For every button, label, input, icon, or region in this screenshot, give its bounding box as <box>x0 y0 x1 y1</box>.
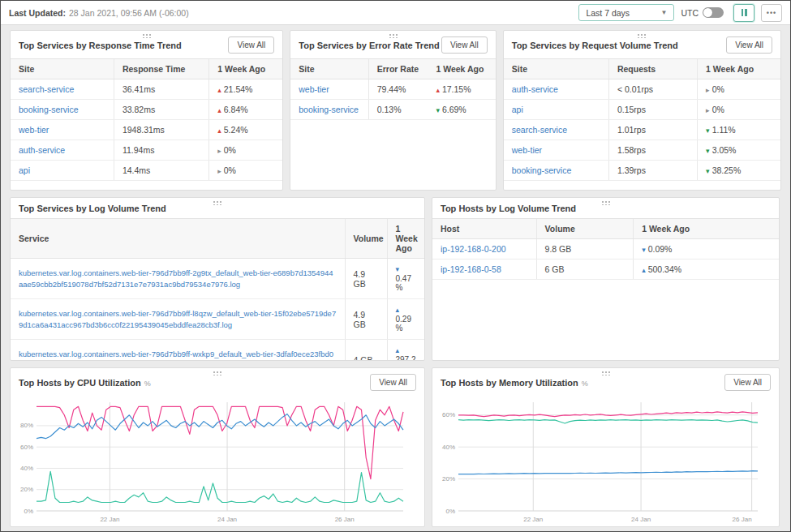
service-link[interactable]: booking-service <box>19 105 79 114</box>
table-header-row: SiteError Rate1 Week Ago <box>290 59 495 79</box>
trend-cell: ▴21.54% <box>209 79 283 100</box>
panel-memory-utilization: Top Hosts by Memory Utilization% View Al… <box>432 367 780 527</box>
trend-cell: ▾3.05% <box>698 140 780 161</box>
view-all-button[interactable]: View All <box>441 36 488 54</box>
percent-unit-label: % <box>144 380 151 388</box>
column-header: 1 Week Ago <box>428 59 495 79</box>
table-header-row: SiteRequests1 Week Ago <box>504 59 780 79</box>
memory-utilization-chart: 0%20%40%60%22 Jan24 Jan26 Jan <box>432 396 764 526</box>
view-all-button[interactable]: View All <box>726 36 772 54</box>
service-link[interactable]: api <box>512 105 523 114</box>
error-rate-table: SiteError Rate1 Week Ago web-tier79.44%▴… <box>290 58 495 120</box>
svg-text:26 Jan: 26 Jan <box>335 516 355 523</box>
service-link[interactable]: auth-service <box>19 145 65 155</box>
table-row: ip-192-168-0-586 GB▴500.34% <box>432 260 779 280</box>
column-header: 1 Week Ago <box>634 219 779 239</box>
svg-text:22 Jan: 22 Jan <box>100 516 119 523</box>
table-row: auth-service11.94ms▸0% <box>11 140 282 161</box>
value-cell: 1948.31ms <box>114 120 208 140</box>
column-header: Response Time <box>114 59 208 79</box>
table-row: booking-service0.13%▾6.69% <box>290 100 495 120</box>
value-cell: 4.9 GB <box>345 299 387 340</box>
pause-button[interactable] <box>733 4 754 22</box>
panel-title: Top Hosts by CPU Utilization% <box>19 378 151 388</box>
drag-handle-icon[interactable] <box>213 200 222 205</box>
service-link[interactable]: web-tier <box>512 145 542 155</box>
panel-title: Top Hosts by Memory Utilization% <box>441 378 588 388</box>
service-link[interactable]: api <box>19 165 30 175</box>
time-range-select[interactable]: Last 7 days ▼ <box>578 4 674 21</box>
trend-cell: ▾0.47 % <box>387 259 424 299</box>
value-cell: 33.82ms <box>114 100 208 120</box>
trend-value: 297.2 % <box>396 355 416 361</box>
view-all-button[interactable]: View All <box>370 374 416 391</box>
drag-handle-icon[interactable] <box>601 371 611 375</box>
trend-flat-icon: ▸ <box>217 147 221 155</box>
trend-down-icon: ▾ <box>396 265 417 273</box>
service-log-volume-table: ServiceVolume1 Week Ago kubernetes.var.l… <box>11 218 424 361</box>
last-updated: Last Updated:28 Jan 2021, 09:56 AM (-06:… <box>9 8 189 18</box>
view-all-button[interactable]: View All <box>228 36 274 54</box>
trend-cell: ▸0% <box>209 140 283 161</box>
trend-cell: ▸0% <box>209 161 283 181</box>
trend-cell: ▴6.84% <box>209 100 283 120</box>
drag-handle-icon[interactable] <box>601 200 611 205</box>
trend-cell: ▴297.2 % <box>387 340 424 362</box>
service-link[interactable]: auth-service <box>512 84 558 94</box>
service-link[interactable]: web-tier <box>299 84 329 94</box>
panel-service-log-volume: Top Services by Log Volume Trend Service… <box>10 197 425 361</box>
value-cell: 6 GB <box>536 260 634 280</box>
more-options-button[interactable]: ••• <box>761 4 782 22</box>
trend-cell: ▴5.24% <box>209 120 283 140</box>
table-row: kubernetes.var.log.containers.web-tier-7… <box>11 299 424 340</box>
drag-handle-icon[interactable] <box>389 33 398 38</box>
table-header-row: ServiceVolume1 Week Ago <box>11 219 424 259</box>
value-cell: 1.58rps <box>608 140 697 161</box>
service-link[interactable]: search-service <box>19 84 74 94</box>
table-row: booking-service33.82ms▴6.84% <box>11 100 282 120</box>
trend-value: 1.11% <box>712 125 736 135</box>
trend-value: 21.54% <box>224 84 253 94</box>
service-link[interactable]: booking-service <box>512 165 572 175</box>
service-link[interactable]: web-tier <box>19 125 49 135</box>
trend-flat-icon: ▸ <box>706 106 710 114</box>
trend-cell: ▾6.69% <box>428 100 495 120</box>
svg-text:0%: 0% <box>445 508 455 515</box>
time-range-value: Last 7 days <box>586 8 630 18</box>
trend-cell: ▾0.09% <box>634 239 779 260</box>
column-header: Site <box>504 59 609 79</box>
log-file-link[interactable]: kubernetes.var.log.containers.web-tier-7… <box>19 268 337 290</box>
series-host-blue <box>37 414 403 439</box>
panel-title: Top Hosts by Log Volume Trend <box>441 204 576 213</box>
cpu-utilization-chart: 0%20%40%60%80%22 Jan24 Jan26 Jan <box>11 396 410 526</box>
utc-toggle[interactable] <box>703 7 724 18</box>
trend-value: 6.84% <box>224 105 248 114</box>
service-link[interactable]: search-service <box>512 125 567 135</box>
log-file-link[interactable]: kubernetes.var.log.containers.web-tier-7… <box>19 349 337 361</box>
table-row: api14.4ms▸0% <box>11 161 282 181</box>
series-host-pink <box>458 412 758 417</box>
request-volume-table: SiteRequests1 Week Ago auth-service< 0.0… <box>504 58 780 181</box>
table-row: search-service1.01rps▾1.11% <box>504 120 780 140</box>
host-link[interactable]: ip-192-168-0-200 <box>441 244 506 254</box>
host-link[interactable]: ip-192-168-0-58 <box>441 264 501 274</box>
drag-handle-icon[interactable] <box>637 33 647 38</box>
trend-value: 38.25% <box>712 165 742 175</box>
service-link[interactable]: booking-service <box>299 105 359 114</box>
svg-text:24 Jan: 24 Jan <box>631 516 651 523</box>
column-header: Error Rate <box>368 59 428 79</box>
drag-handle-icon[interactable] <box>213 371 222 375</box>
drag-handle-icon[interactable] <box>142 33 152 38</box>
svg-text:26 Jan: 26 Jan <box>733 516 752 523</box>
log-file-link[interactable]: kubernetes.var.log.containers.web-tier-7… <box>19 308 337 331</box>
trend-value: 0% <box>712 84 724 94</box>
trend-cell: ▾38.25% <box>698 161 780 181</box>
value-cell: 4.9 GB <box>345 259 387 299</box>
ellipsis-icon: ••• <box>767 9 776 17</box>
table-row: ip-192-168-0-2009.8 GB▾0.09% <box>432 239 779 260</box>
trend-cell: ▸0% <box>698 100 780 120</box>
trend-down-icon: ▾ <box>436 106 440 114</box>
trend-value: 0% <box>224 145 236 155</box>
view-all-button[interactable]: View All <box>724 374 771 391</box>
trend-down-icon: ▾ <box>706 147 710 155</box>
